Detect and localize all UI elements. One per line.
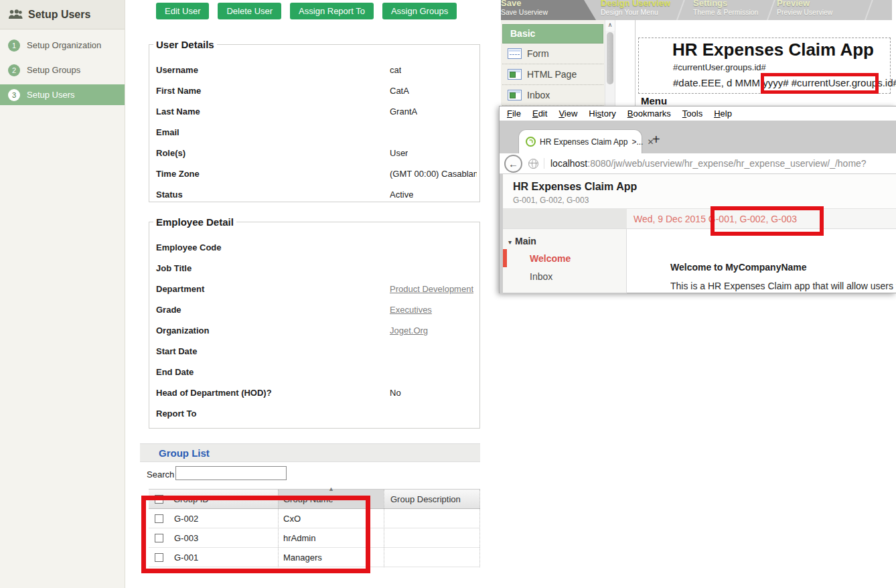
- group-table-rows: G-002 CxO G-003 hrAdmin G-001 Managers: [149, 509, 480, 567]
- scrollbar-thumb[interactable]: [607, 32, 613, 84]
- user-actions-toolbar: Edit User Delete User Assign Report To A…: [156, 3, 457, 19]
- detail-value[interactable]: Product Development: [390, 284, 473, 294]
- browser-menu-item[interactable]: File: [507, 108, 521, 119]
- column-divider: [479, 490, 480, 567]
- detail-row: First Name CatA: [149, 80, 479, 101]
- nav-menu-item[interactable]: Inbox: [500, 267, 626, 285]
- date-bar-left-block: [500, 209, 627, 228]
- inbox-icon: [508, 90, 522, 100]
- tab-subtitle: Design Your Menu: [601, 8, 670, 17]
- nav-section-main[interactable]: ▾Main: [508, 236, 536, 246]
- browser-urlbar: ← localhost:8080/jw/web/userview/hr_expe…: [500, 153, 896, 174]
- detail-value[interactable]: Executives: [390, 305, 432, 315]
- detail-label: Start Date: [156, 346, 197, 356]
- detail-row: Report To: [149, 403, 479, 424]
- setup-step-item[interactable]: 1 Setup Organization: [0, 35, 125, 56]
- browser-menu-item[interactable]: Edit: [532, 108, 547, 119]
- toolbar-action-button[interactable]: Assign Groups: [382, 3, 457, 19]
- browser-menu-item[interactable]: History: [589, 108, 615, 119]
- detail-value[interactable]: No: [390, 388, 401, 398]
- chevron-down-icon: ▾: [508, 238, 512, 246]
- address-bar[interactable]: localhost:8080/jw/web/userview/hr_expens…: [544, 158, 867, 169]
- detail-label: Time Zone: [156, 169, 200, 179]
- column-header-group-name[interactable]: Group Name: [283, 494, 333, 504]
- detail-row: Email: [149, 122, 479, 143]
- setup-steps: 1 Setup Organization 2 Setup Groups 3 Se…: [0, 35, 125, 109]
- detail-value: User: [390, 148, 408, 158]
- detail-row: Username cat: [149, 60, 479, 80]
- browser-menu-item[interactable]: Bookmarks: [627, 108, 671, 119]
- detail-row: Status Active: [149, 184, 479, 205]
- joget-favicon: [526, 137, 536, 147]
- group-table-row[interactable]: G-002 CxO: [149, 509, 480, 528]
- setup-step-item[interactable]: 2 Setup Groups: [0, 60, 125, 80]
- tab-title: Save: [501, 0, 548, 8]
- cell-group-id: G-001: [174, 553, 198, 563]
- builder-palette: Basic Form HTML Page Inbox: [501, 20, 605, 106]
- builder-wizard-tab[interactable]: Design Userview Design Your Menu: [601, 0, 670, 19]
- group-table: Group ID Group Name Group Description ▲ …: [149, 489, 480, 567]
- builder-wizard-tab[interactable]: Settings Theme & Permission: [693, 0, 758, 19]
- detail-row: Employee Code: [149, 237, 479, 258]
- sort-ascending-icon[interactable]: ▲: [328, 486, 334, 492]
- detail-label: Organization: [156, 325, 209, 336]
- toolbar-action-button[interactable]: Delete User: [218, 3, 281, 19]
- group-table-row[interactable]: G-003 hrAdmin: [149, 528, 480, 548]
- group-search-input[interactable]: [175, 466, 287, 480]
- canvas-menu-label: Menu: [641, 95, 667, 106]
- nav-menu-item[interactable]: Welcome: [500, 249, 626, 267]
- html-page-icon: [508, 69, 522, 80]
- search-label: Search: [147, 469, 174, 480]
- header-element-selection[interactable]: HR Expenses Claim App #currentUser.group…: [638, 38, 891, 94]
- employee-detail-section: Employee Detail Employee Code Job Title …: [149, 216, 480, 429]
- back-button[interactable]: ←: [504, 155, 522, 173]
- detail-row: End Date: [149, 362, 479, 382]
- group-table-row[interactable]: G-001 Managers: [149, 548, 480, 567]
- scrollbar-up-arrow[interactable]: ∧: [605, 20, 615, 31]
- browser-menu-item[interactable]: Tools: [682, 108, 702, 119]
- builder-canvas: HR Expenses Claim App #currentUser.group…: [635, 20, 892, 106]
- step-label: Setup Users: [27, 90, 75, 100]
- globe-icon: [528, 159, 538, 169]
- column-header-group-id[interactable]: Group ID: [173, 494, 209, 504]
- toolbar-action-button[interactable]: Assign Report To: [290, 3, 374, 19]
- builder-wizard-tab[interactable]: Save Save Userview: [501, 0, 548, 19]
- userview-date-bar: Wed, 9 Dec 2015 G-001, G-002, G-003: [500, 209, 896, 229]
- palette-category-header[interactable]: Basic: [502, 24, 603, 44]
- detail-value: Active: [390, 190, 413, 200]
- user-details-legend: User Details: [153, 39, 217, 50]
- users-group-icon: [8, 9, 23, 19]
- builder-wizard-tab[interactable]: Preview Preview Userview: [777, 0, 832, 19]
- palette-scrollbar[interactable]: ∧: [605, 20, 615, 106]
- url-host: localhost: [550, 158, 587, 169]
- select-all-checkbox[interactable]: [155, 495, 163, 504]
- step-label: Setup Groups: [27, 65, 80, 75]
- detail-row: Department Product Development: [149, 279, 479, 299]
- palette-item[interactable]: Form: [502, 44, 603, 64]
- userview-subtitle-groups: G-001, G-002, G-003: [513, 196, 589, 205]
- row-checkbox[interactable]: [155, 514, 163, 523]
- admin-sidebar: Setup Users 1 Setup Organization 2 Setup…: [0, 0, 125, 588]
- row-checkbox[interactable]: [155, 553, 163, 562]
- detail-row: Last Name GrantA: [149, 101, 479, 122]
- setup-step-item[interactable]: 3 Setup Users: [0, 84, 125, 105]
- admin-sidebar-header: Setup Users: [0, 0, 125, 29]
- admin-panel-title: Setup Users: [28, 9, 90, 21]
- browser-menu-item[interactable]: View: [558, 108, 577, 119]
- browser-menubar: File Edit View History Bookmarks Tools H…: [500, 106, 896, 121]
- active-item-indicator: [503, 249, 507, 267]
- column-header-group-description[interactable]: Group Description: [390, 494, 461, 504]
- browser-menu-item[interactable]: Help: [714, 108, 732, 119]
- cell-group-id: G-002: [174, 514, 198, 524]
- browser-tab[interactable]: HR Expenses Claim App >... ✕: [518, 129, 642, 153]
- new-tab-button[interactable]: +: [652, 133, 660, 146]
- row-checkbox[interactable]: [155, 534, 163, 542]
- palette-item-label: Inbox: [527, 90, 550, 100]
- toolbar-action-button[interactable]: Edit User: [156, 3, 209, 19]
- tab-separator: [765, 0, 776, 20]
- palette-item[interactable]: Inbox: [502, 85, 603, 106]
- palette-item[interactable]: HTML Page: [502, 64, 603, 85]
- tab-subtitle: Theme & Permission: [693, 8, 758, 17]
- nav-item-label: Welcome: [530, 253, 571, 264]
- detail-value[interactable]: Joget.Org: [390, 325, 428, 336]
